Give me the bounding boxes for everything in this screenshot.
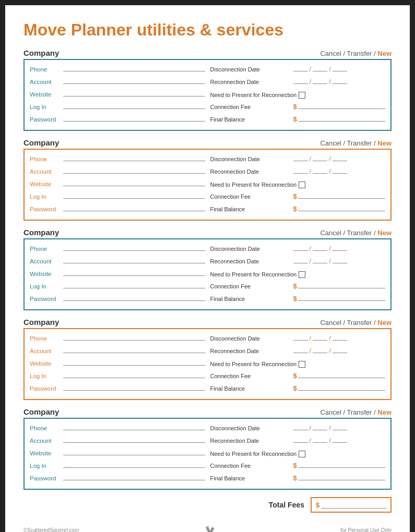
account-label-1: Account — [30, 79, 61, 85]
company-label-5: Company — [23, 407, 59, 416]
website-label-1: Website — [30, 91, 61, 98]
section-5-header: Company Cancel / Transfer / New — [23, 407, 392, 416]
connfee-row-1: Connection Fee $ — [210, 102, 386, 113]
password-line-1[interactable] — [63, 114, 205, 122]
balance-line-2[interactable] — [298, 204, 385, 211]
password-label-2: Password — [30, 206, 61, 212]
password-label-5: Password — [30, 475, 61, 481]
total-fees-line[interactable] — [322, 501, 386, 509]
connfee-label-4: Connection Fee — [210, 373, 291, 379]
website-line-3[interactable] — [63, 269, 205, 276]
balance-line-4[interactable] — [298, 383, 385, 391]
cancel-transfer-new-4: Cancel / Transfer / New — [320, 319, 392, 327]
form-box-5: Phone Account Website Log In — [23, 418, 392, 490]
reconn-row-3: Reconnection Date / / — [210, 256, 386, 268]
left-col-2: Phone Account Website Log In — [30, 154, 205, 215]
login-line-5[interactable] — [63, 461, 205, 468]
phone-line-5[interactable] — [63, 423, 205, 430]
disconn-label-3: Disconnection Date — [210, 246, 291, 252]
page: Move Planner utilities & services Compan… — [5, 5, 410, 532]
reconn-label-3: Reconnection Date — [210, 258, 291, 264]
website-label-3: Website — [30, 271, 61, 277]
total-fees-row: Total Fees $ — [23, 497, 392, 513]
reconn-label-2: Reconnection Date — [210, 168, 291, 175]
phone-line-2[interactable] — [63, 154, 205, 161]
present-checkbox-3[interactable] — [299, 271, 305, 278]
left-col-5: Phone Account Website Log In — [30, 423, 205, 485]
company-label-2: Company — [23, 138, 59, 147]
website-line-5[interactable] — [63, 448, 205, 455]
account-line-5[interactable] — [63, 436, 205, 443]
account-line-2[interactable] — [63, 166, 205, 174]
section-4: Company Cancel / Transfer / New Phone Ac… — [23, 318, 392, 400]
phone-line-3[interactable] — [63, 244, 205, 251]
connfee-line-3[interactable] — [298, 281, 385, 288]
account-line-4[interactable] — [63, 346, 205, 353]
website-line-4[interactable] — [63, 358, 205, 366]
password-label-3: Password — [30, 296, 61, 302]
password-line-4[interactable] — [63, 383, 205, 391]
connfee-line-5[interactable] — [298, 461, 385, 468]
present-checkbox-1[interactable] — [299, 92, 305, 99]
website-row-5: Website — [30, 448, 205, 460]
present-row-2: Need to Present for Reconnection — [210, 179, 386, 190]
connfee-label-2: Connection Fee — [210, 194, 291, 200]
disconn-label-4: Disconnection Date — [210, 335, 291, 342]
account-row-5: Account — [30, 436, 205, 447]
website-label-5: Website — [30, 450, 61, 456]
section-2-header: Company Cancel / Transfer / New — [23, 138, 392, 147]
connfee-line-4[interactable] — [298, 371, 385, 378]
phone-row-5: Phone — [30, 423, 205, 434]
website-line-2[interactable] — [63, 179, 205, 186]
account-line-1[interactable] — [63, 77, 205, 84]
right-col-1: Disconnection Date / / Reconnection Date — [210, 64, 386, 126]
reconn-label-5: Reconnection Date — [210, 438, 291, 444]
balance-row-4: Final Balance $ — [210, 383, 386, 395]
company-label-3: Company — [23, 228, 59, 237]
phone-label-1: Phone — [30, 66, 61, 72]
website-row-3: Website — [30, 269, 205, 280]
phone-line-1[interactable] — [63, 64, 205, 71]
password-line-2[interactable] — [63, 204, 205, 211]
right-col-4: Disconnection Date / / Reconnection Date — [210, 333, 386, 395]
account-label-5: Account — [30, 438, 61, 444]
form-box-1: Phone Account Website Log In — [23, 59, 392, 131]
disconn-row-5: Disconnection Date / / — [210, 423, 386, 434]
phone-row-4: Phone — [30, 333, 205, 345]
password-line-3[interactable] — [63, 294, 205, 301]
section-5: Company Cancel / Transfer / New Phone Ac… — [23, 407, 392, 490]
login-line-3[interactable] — [63, 281, 205, 288]
present-checkbox-2[interactable] — [299, 182, 305, 188]
connfee-row-4: Connection Fee $ — [210, 371, 386, 382]
password-label-1: Password — [30, 116, 61, 123]
right-col-5: Disconnection Date / / Reconnection Date — [210, 423, 386, 485]
balance-line-3[interactable] — [298, 294, 385, 301]
login-line-1[interactable] — [63, 102, 205, 109]
account-row-2: Account — [30, 166, 205, 178]
present-checkbox-4[interactable] — [299, 361, 305, 368]
phone-label-2: Phone — [30, 156, 61, 162]
login-line-2[interactable] — [63, 191, 205, 199]
page-title: Move Planner utilities & services — [23, 21, 392, 39]
cancel-transfer-new-3: Cancel / Transfer / New — [320, 229, 392, 237]
login-line-4[interactable] — [63, 371, 205, 378]
reconn-date-1: / / — [293, 77, 386, 86]
balance-line-1[interactable] — [298, 114, 385, 122]
website-row-4: Website — [30, 358, 205, 370]
balance-label-3: Final Balance — [210, 296, 291, 302]
connfee-line-1[interactable] — [298, 102, 385, 109]
phone-line-4[interactable] — [63, 333, 205, 341]
company-label-4: Company — [23, 318, 59, 327]
connfee-label-5: Connection Fee — [210, 463, 291, 469]
phone-row-3: Phone — [30, 244, 205, 255]
connfee-line-2[interactable] — [298, 191, 385, 199]
left-col-4: Phone Account Website Log In — [30, 333, 205, 395]
account-line-3[interactable] — [63, 256, 205, 263]
disconn-label-5: Disconnection Date — [210, 425, 291, 431]
total-fees-box[interactable]: $ — [311, 497, 392, 513]
balance-line-5[interactable] — [298, 473, 385, 480]
present-checkbox-5[interactable] — [299, 451, 305, 457]
password-line-5[interactable] — [63, 473, 205, 480]
website-line-1[interactable] — [63, 89, 205, 96]
form-box-3: Phone Account Website Log In — [23, 238, 392, 310]
